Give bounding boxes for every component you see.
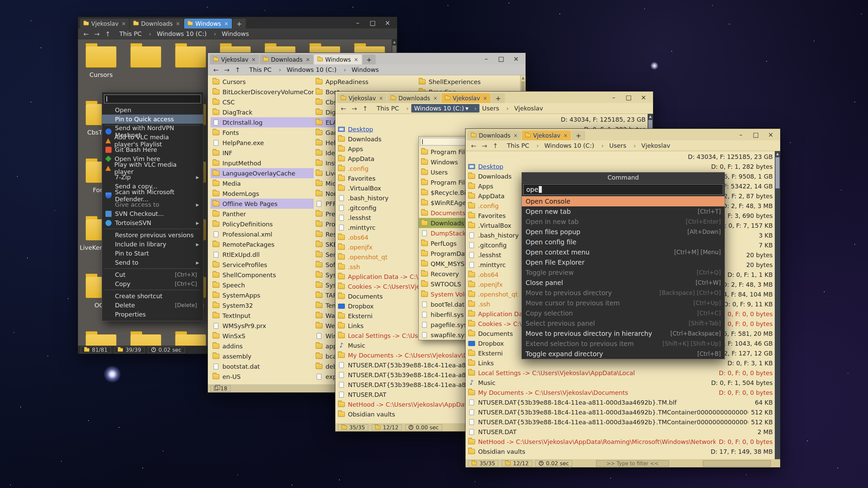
breadcrumb-item[interactable]: Windows 10 (C:) bbox=[541, 141, 607, 150]
maximize-button[interactable]: □ bbox=[494, 53, 509, 64]
tab[interactable]: Downloads × bbox=[260, 55, 313, 64]
file-row[interactable]: WMSysPr9.prx bbox=[211, 321, 314, 331]
file-row[interactable]: INF bbox=[211, 148, 314, 158]
palette-command-item[interactable]: Toggle preview [Ctrl+Q] bbox=[522, 267, 725, 278]
breadcrumb-item[interactable]: Windows 10 (C:) bbox=[284, 65, 349, 74]
palette-command-item[interactable]: Open new tab [Ctrl+T] bbox=[522, 206, 725, 217]
forward-button[interactable]: → bbox=[480, 142, 489, 149]
file-row[interactable]: Fonts bbox=[211, 127, 314, 138]
file-row[interactable]: D: 43034, F: 125185, 23 GB bbox=[468, 152, 773, 162]
context-menu-item[interactable]: Create shortcut bbox=[102, 291, 203, 301]
context-menu-item[interactable]: Add to VLC media player's Playlist bbox=[102, 136, 203, 145]
tab-close-icon[interactable]: × bbox=[433, 95, 437, 101]
palette-command-item[interactable]: Open in new tab [Ctrl+Enter] bbox=[522, 217, 725, 227]
file-row[interactable]: Media bbox=[211, 178, 314, 188]
breadcrumb-item[interactable]: Windows bbox=[349, 65, 383, 74]
breadcrumb-item[interactable]: This PC bbox=[504, 141, 541, 150]
file-row[interactable]: ShellComponents bbox=[211, 270, 314, 280]
tab[interactable]: Vjekoslav × bbox=[441, 93, 491, 103]
back-button[interactable]: ← bbox=[211, 66, 221, 74]
breadcrumb-item[interactable]: This PC bbox=[374, 104, 411, 113]
scroll-up-icon[interactable]: ▲ bbox=[520, 75, 526, 81]
breadcrumb-item[interactable]: Vjekoslav bbox=[511, 104, 547, 113]
palette-command-item[interactable]: Move to previous directory [Backspace] [… bbox=[522, 288, 725, 298]
scroll-up-icon[interactable]: ▲ bbox=[392, 39, 397, 45]
context-menu-item[interactable]: Delete [Delete] bbox=[102, 301, 203, 310]
context-menu-item[interactable]: SVN Checkout... bbox=[102, 209, 203, 218]
tab[interactable]: Vjekoslav × bbox=[80, 19, 129, 28]
file-row[interactable]: TextInput bbox=[211, 310, 314, 321]
file-row[interactable]: Obsidian vaults D: 17, F: 149, 38 MB bbox=[468, 447, 773, 456]
tab[interactable]: Vjekoslav × bbox=[522, 130, 571, 140]
file-row[interactable]: BitLockerDiscoveryVolumeContents bbox=[211, 87, 314, 97]
scrollbar[interactable]: ▲ bbox=[775, 151, 780, 459]
file-row[interactable]: SystemApps bbox=[211, 290, 314, 300]
context-menu-item[interactable] bbox=[105, 290, 200, 290]
palette-command-item[interactable]: Open context menu [Ctrl+M] [Menu] bbox=[522, 247, 725, 257]
maximize-button[interactable]: □ bbox=[621, 92, 636, 103]
file-row[interactable]: D: 43034, F: 125185, 23 GB bbox=[338, 115, 646, 124]
file-row[interactable]: HelpPane.exe bbox=[211, 138, 314, 148]
file-row[interactable]: ModemLogs bbox=[211, 188, 314, 199]
maximize-button[interactable]: □ bbox=[748, 129, 763, 140]
grid-item[interactable] bbox=[123, 41, 168, 99]
file-row[interactable]: RtlExUpd.dll bbox=[211, 249, 314, 260]
file-row[interactable]: CSC bbox=[211, 97, 314, 107]
up-button[interactable]: ↑ bbox=[233, 66, 242, 74]
palette-command-item[interactable]: Move cursor to previous item [Ctrl+Up] bbox=[522, 298, 725, 308]
tab[interactable]: Vjekoslav × bbox=[210, 55, 259, 64]
status-input-box[interactable] bbox=[703, 460, 771, 467]
file-row[interactable]: NTUSER.DAT{53b39e88-18c4-11ea-a811-000d3… bbox=[468, 398, 773, 407]
tab-close-icon[interactable]: × bbox=[252, 57, 256, 63]
up-button[interactable]: ↑ bbox=[103, 30, 113, 38]
new-tab-button[interactable]: + bbox=[233, 19, 246, 28]
close-button[interactable]: × bbox=[509, 53, 524, 64]
scroll-up-icon[interactable]: ▲ bbox=[648, 114, 653, 119]
breadcrumb-item[interactable]: Windows bbox=[219, 29, 253, 38]
context-menu-filter-input[interactable] bbox=[104, 95, 201, 103]
context-menu-item[interactable]: Play with VLC media player bbox=[102, 163, 203, 172]
file-row[interactable]: ShellExperiences bbox=[417, 77, 520, 87]
minimize-button[interactable]: – bbox=[479, 53, 494, 64]
scrollbar-thumb[interactable] bbox=[775, 157, 780, 188]
context-menu-item[interactable] bbox=[105, 268, 200, 269]
file-row[interactable]: ServiceProfiles bbox=[211, 260, 314, 270]
new-tab-button[interactable]: + bbox=[491, 93, 505, 103]
file-row[interactable]: Panther bbox=[211, 209, 314, 219]
tab-close-icon[interactable]: × bbox=[354, 57, 358, 63]
context-menu-item[interactable]: Send to ▸ bbox=[102, 258, 203, 267]
context-menu-item[interactable]: Properties bbox=[102, 310, 203, 319]
tab[interactable]: Downloads × bbox=[468, 130, 521, 140]
tab-close-icon[interactable]: × bbox=[122, 21, 126, 27]
context-menu-item[interactable]: Scan with Microsoft Defender... bbox=[102, 191, 203, 200]
back-button[interactable]: ← bbox=[339, 105, 348, 112]
breadcrumb-item[interactable]: Users bbox=[607, 141, 639, 150]
file-row[interactable]: Links D: 0, F: 3, 1 KB bbox=[468, 358, 773, 368]
file-row[interactable]: Professional.xml bbox=[211, 229, 314, 239]
file-row[interactable]: LanguageOverlayCache bbox=[211, 168, 314, 178]
file-row[interactable]: NTUSER.DAT{53b39e88-18c4-11ea-a811-000d3… bbox=[468, 407, 773, 417]
context-menu-item[interactable]: TortoiseSVN ▸ bbox=[102, 218, 203, 227]
close-button[interactable]: × bbox=[636, 92, 651, 103]
grid-item[interactable]: Cursors bbox=[79, 41, 123, 99]
context-menu-item[interactable] bbox=[105, 229, 200, 229]
context-menu-item[interactable]: Open bbox=[102, 105, 203, 115]
file-row[interactable]: Offline Web Pages bbox=[211, 199, 314, 209]
grid-item[interactable] bbox=[79, 329, 123, 346]
breadcrumb-item[interactable]: This PC bbox=[117, 29, 154, 38]
file-row[interactable]: AppReadiness bbox=[314, 77, 417, 87]
forward-button[interactable]: → bbox=[92, 30, 102, 38]
palette-command-item[interactable]: Move to previous directory in hierarchy … bbox=[522, 328, 725, 339]
tab[interactable]: Downloads × bbox=[387, 93, 441, 103]
context-menu-item[interactable]: Include in library ▸ bbox=[102, 240, 203, 249]
tab[interactable]: Downloads × bbox=[130, 19, 183, 28]
close-button[interactable]: × bbox=[380, 17, 395, 28]
breadcrumb-item[interactable]: Vjekoslav bbox=[638, 141, 674, 150]
file-row[interactable]: bootstat.dat bbox=[211, 361, 314, 371]
palette-command-item[interactable]: Copy selection [Ctrl+C] bbox=[522, 308, 725, 318]
file-row[interactable]: WinSxS bbox=[211, 331, 314, 341]
tab[interactable]: Windows × bbox=[184, 19, 232, 28]
breadcrumb-item[interactable]: Windows 10 (C:) bbox=[154, 29, 219, 38]
tab-close-icon[interactable]: × bbox=[513, 133, 518, 139]
grid-item[interactable] bbox=[123, 329, 168, 346]
